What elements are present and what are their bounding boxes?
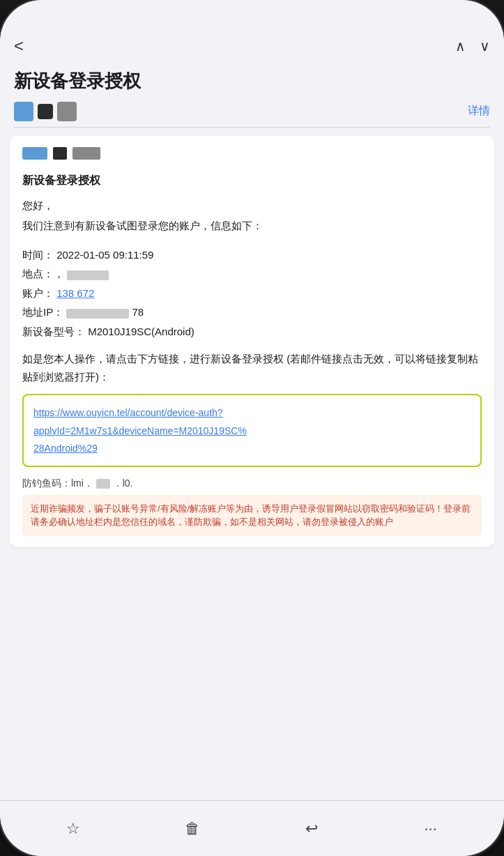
- location-row: 地点：，: [22, 265, 482, 283]
- ip-row: 地址IP： 78: [22, 303, 482, 321]
- sender-avatar-icon: [22, 147, 47, 160]
- warning-box: 近期诈骗频发，骗子以账号异常/有风险/解冻账户等为由，诱导用户登录假冒网站以窃取…: [22, 495, 482, 536]
- ip-label: 地址IP：: [22, 306, 63, 318]
- email-intro: 我们注意到有新设备试图登录您的账户，信息如下：: [22, 217, 482, 235]
- ip-redacted: [66, 309, 129, 319]
- device-row: 新设备型号： M2010J19SC(Android): [22, 323, 482, 341]
- trash-button[interactable]: 🗑: [176, 812, 209, 846]
- time-row: 时间： 2022-01-05 09:11:59: [22, 246, 482, 264]
- nav-down-button[interactable]: ∨: [480, 38, 490, 54]
- device-label: 新设备型号：: [22, 326, 85, 337]
- auth-url-link[interactable]: https://www.ouyicn.tel/account/device-au…: [33, 407, 247, 454]
- location-label: 地点：，: [22, 268, 64, 280]
- account-row: 账户： 138 672: [22, 284, 482, 303]
- email-content-wrapper[interactable]: 新设备登录授权 您好， 我们注意到有新设备试图登录您的账户，信息如下： 时间： …: [0, 128, 504, 800]
- time-value: 2022-01-05 09:11:59: [56, 249, 153, 261]
- antiphishing-suffix: ．l0.: [113, 477, 133, 489]
- detail-button[interactable]: 详情: [468, 104, 490, 119]
- reply-button[interactable]: ↩: [295, 812, 328, 846]
- avatar-gray: [57, 102, 77, 121]
- url-box[interactable]: https://www.ouyicn.tel/account/device-au…: [22, 394, 482, 467]
- anti-phishing-row: 防钓鱼码：lmi． ．l0.: [22, 475, 482, 492]
- back-button[interactable]: <: [14, 36, 42, 56]
- nav-actions: ∧ ∨: [455, 38, 490, 54]
- email-content: 新设备登录授权 您好， 我们注意到有新设备试图登录您的账户，信息如下： 时间： …: [10, 136, 494, 547]
- account-label: 账户：: [22, 287, 54, 299]
- nav-up-button[interactable]: ∧: [455, 38, 466, 54]
- email-greeting: 您好，: [22, 197, 482, 215]
- account-value[interactable]: 138 672: [56, 287, 94, 299]
- sender-row: 详情: [0, 96, 504, 127]
- location-redacted: [67, 270, 109, 280]
- avatar-dark: [38, 104, 53, 119]
- email-section-title: 新设备登录授权: [22, 171, 482, 190]
- url-line3: 28Android%29: [33, 443, 98, 454]
- email-sender-header: [22, 147, 482, 160]
- warning-text: 近期诈骗频发，骗子以账号异常/有风险/解冻账户等为由，诱导用户登录假冒网站以窃取…: [31, 503, 471, 528]
- more-button[interactable]: ···: [414, 812, 448, 846]
- email-body: 新设备登录授权 您好， 我们注意到有新设备试图登录您的账户，信息如下： 时间： …: [22, 171, 482, 536]
- time-label: 时间：: [22, 249, 54, 261]
- sender-extra-block: [72, 147, 100, 160]
- antiphishing-redacted: [96, 479, 110, 489]
- status-bar: [0, 0, 504, 31]
- sender-avatars: [14, 102, 77, 121]
- page-title: 新设备登录授权: [14, 70, 490, 93]
- bottom-toolbar: ☆ 🗑 ↩ ···: [0, 800, 504, 856]
- phone-frame: < ∧ ∨ 新设备登录授权 详情: [0, 0, 504, 856]
- sender-name-block: [53, 147, 67, 160]
- ip-suffix: 78: [132, 306, 144, 318]
- nav-bar: < ∧ ∨: [0, 31, 504, 64]
- device-value: M2010J19SC(Android): [88, 326, 194, 337]
- title-area: 新设备登录授权: [0, 64, 504, 96]
- url-line2: applyId=2M1w7s1&deviceName=M2010J19SC%: [33, 425, 247, 436]
- auth-instruction: 如是您本人操作，请点击下方链接，进行新设备登录授权 (若邮件链接点击无效，可以将…: [22, 350, 482, 385]
- phone-screen: < ∧ ∨ 新设备登录授权 详情: [0, 0, 504, 856]
- star-button[interactable]: ☆: [56, 812, 90, 846]
- avatar-blue: [14, 102, 33, 121]
- antiphishing-label: 防钓鱼码：lmi．: [22, 477, 93, 489]
- url-line1: https://www.ouyicn.tel/account/device-au…: [33, 407, 223, 418]
